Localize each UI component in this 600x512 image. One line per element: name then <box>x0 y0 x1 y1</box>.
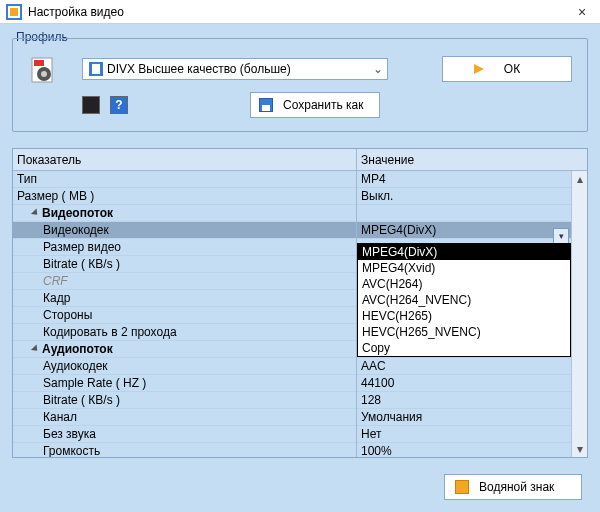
param-cell[interactable]: Bitrate ( КB/s ) <box>13 256 356 273</box>
help-icon[interactable]: ? <box>110 96 128 114</box>
codec-option[interactable]: Copy <box>358 340 570 356</box>
settings-grid: Показатель ТипРазмер ( МВ )ВидеопотокВид… <box>12 148 588 458</box>
param-cell[interactable]: Bitrate ( КB/s ) <box>13 392 356 409</box>
codec-option[interactable]: AVC(H264) <box>358 276 570 292</box>
tool-icons: ? <box>82 96 128 114</box>
param-cell[interactable]: Размер видео <box>13 239 356 256</box>
scrollbar[interactable]: ▴ ▾ <box>571 171 587 457</box>
param-cell[interactable]: Аудиопоток <box>13 341 356 358</box>
close-button[interactable]: × <box>570 4 594 20</box>
mp4-file-icon <box>30 56 58 84</box>
param-cell[interactable]: Видеокодек <box>13 222 356 239</box>
value-cell[interactable]: AAC <box>357 358 587 375</box>
param-cell[interactable]: Без звука <box>13 426 356 443</box>
value-cell[interactable]: MP4 <box>357 171 587 188</box>
param-cell[interactable]: Видеопоток <box>13 205 356 222</box>
param-cell[interactable]: Размер ( МВ ) <box>13 188 356 205</box>
value-column: Значение MP4Выкл.MPEG4(DivX)AAC44100128У… <box>357 149 587 457</box>
value-cell[interactable]: 44100 <box>357 375 587 392</box>
param-cell[interactable]: Тип <box>13 171 356 188</box>
value-header: Значение <box>357 149 587 171</box>
value-cell[interactable]: Нет <box>357 426 587 443</box>
param-header: Показатель <box>13 149 356 171</box>
svg-point-6 <box>41 71 47 77</box>
value-cell[interactable] <box>357 205 587 222</box>
codec-option[interactable]: MPEG4(DivX) <box>358 244 570 260</box>
value-cell[interactable]: Умолчания <box>357 409 587 426</box>
svg-rect-4 <box>34 60 44 66</box>
profile-select[interactable]: DIVX Высшее качество (больше) ⌄ <box>82 58 388 80</box>
param-cell[interactable]: Sample Rate ( HZ ) <box>13 375 356 392</box>
param-cell[interactable]: Кадр <box>13 290 356 307</box>
arrow-right-icon <box>474 64 484 74</box>
param-cell[interactable]: Канал <box>13 409 356 426</box>
dropdown-button[interactable]: ▾ <box>553 228 569 244</box>
scroll-up-icon[interactable]: ▴ <box>572 171 587 187</box>
codec-option[interactable]: HEVC(H265) <box>358 308 570 324</box>
ok-button[interactable]: ОК <box>442 56 572 82</box>
param-cell[interactable]: Кодировать в 2 прохода <box>13 324 356 341</box>
chevron-down-icon: ⌄ <box>369 62 387 76</box>
title-bar: Настройка видео × <box>0 0 600 24</box>
save-as-button[interactable]: Сохранить как <box>250 92 380 118</box>
console-icon[interactable] <box>82 96 100 114</box>
profile-selected-text: DIVX Высшее качество (больше) <box>107 62 291 76</box>
svg-rect-8 <box>92 64 100 74</box>
scroll-down-icon[interactable]: ▾ <box>572 441 587 457</box>
param-cell[interactable]: Громкость <box>13 443 356 457</box>
codec-dropdown[interactable]: MPEG4(DivX)MPEG4(Xvid)AVC(H264)AVC(H264_… <box>357 243 571 357</box>
param-cell[interactable]: Стороны <box>13 307 356 324</box>
value-cell[interactable]: 100% <box>357 443 587 457</box>
param-cell[interactable]: CRF <box>13 273 356 290</box>
watermark-label: Водяной знак <box>479 480 554 494</box>
save-as-label: Сохранить как <box>283 98 363 112</box>
svg-rect-2 <box>10 8 18 16</box>
param-column: Показатель ТипРазмер ( МВ )ВидеопотокВид… <box>13 149 357 457</box>
param-cell[interactable]: Аудиокодек <box>13 358 356 375</box>
codec-option[interactable]: HEVC(H265_NVENC) <box>358 324 570 340</box>
film-icon <box>89 62 103 76</box>
save-icon <box>259 98 273 112</box>
window-title: Настройка видео <box>28 5 124 19</box>
codec-option[interactable]: AVC(H264_NVENC) <box>358 292 570 308</box>
watermark-button[interactable]: Водяной знак <box>444 474 582 500</box>
app-icon <box>6 4 22 20</box>
value-cell[interactable]: Выкл. <box>357 188 587 205</box>
codec-option[interactable]: MPEG4(Xvid) <box>358 260 570 276</box>
ok-label: ОК <box>504 62 520 76</box>
value-cell[interactable]: 128 <box>357 392 587 409</box>
watermark-icon <box>455 480 469 494</box>
